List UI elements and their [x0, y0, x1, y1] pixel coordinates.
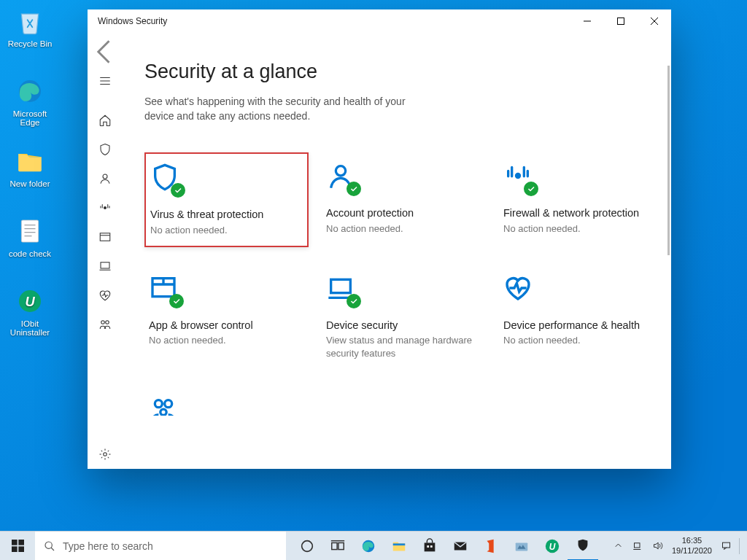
- svg-point-11: [104, 453, 107, 456]
- tile-firewall[interactable]: Firewall & network protection No action …: [499, 152, 663, 246]
- tile-title: Virus & threat protection: [150, 208, 303, 222]
- svg-rect-26: [338, 542, 344, 549]
- tb-mail[interactable]: [445, 532, 476, 561]
- svg-text:U: U: [549, 541, 556, 551]
- svg-rect-4: [618, 18, 624, 25]
- nav-menu-button[interactable]: [89, 66, 121, 96]
- tile-title: Device security: [326, 319, 481, 332]
- tb-taskview[interactable]: [322, 532, 353, 561]
- tb-windows-security[interactable]: [568, 532, 598, 561]
- tb-misc-app[interactable]: [506, 532, 537, 561]
- svg-rect-15: [331, 279, 351, 292]
- svg-point-17: [165, 400, 172, 407]
- tile-device-security[interactable]: Device security View status and manage h…: [322, 265, 486, 369]
- desktop-icon-label: IObit Uninstaller: [10, 319, 50, 337]
- desktop-icon-new-folder[interactable]: New folder: [3, 146, 57, 188]
- nav-firewall[interactable]: [89, 193, 121, 222]
- recycle-bin-icon: [15, 6, 45, 36]
- svg-point-10: [106, 321, 109, 324]
- start-button[interactable]: [0, 532, 35, 560]
- nav-app-browser[interactable]: [89, 222, 121, 252]
- desktop-icon-code-check[interactable]: code check: [3, 216, 57, 258]
- titlebar[interactable]: Windows Security: [88, 9, 671, 33]
- tb-cortana[interactable]: [292, 532, 322, 561]
- nav-device-security[interactable]: [89, 252, 121, 281]
- account-icon: [326, 161, 365, 196]
- family-icon: [149, 395, 188, 416]
- svg-rect-33: [516, 542, 528, 551]
- svg-rect-22: [18, 546, 24, 552]
- shield-icon: [150, 163, 190, 198]
- desktop-icon-iobit[interactable]: U IObit Uninstaller: [3, 286, 57, 337]
- tray-action-center[interactable]: [716, 540, 736, 551]
- tb-store[interactable]: [414, 532, 445, 561]
- svg-rect-31: [430, 545, 433, 548]
- svg-rect-19: [12, 540, 18, 545]
- nav-family[interactable]: [89, 310, 121, 339]
- text-file-icon: [15, 216, 45, 246]
- tile-app-browser[interactable]: App & browser control No action needed.: [144, 265, 309, 369]
- show-desktop[interactable]: [739, 538, 740, 554]
- svg-rect-7: [100, 233, 110, 241]
- tray-volume[interactable]: [648, 540, 667, 551]
- svg-rect-29: [425, 542, 436, 551]
- svg-point-24: [302, 540, 313, 551]
- desktop-icon-label: Recycle Bin: [8, 39, 53, 48]
- desktop-icon-label: Microsoft Edge: [13, 109, 47, 127]
- system-tray: 16:35 19/11/2020: [604, 532, 747, 560]
- tile-family-partial[interactable]: [144, 386, 309, 416]
- svg-rect-21: [12, 546, 18, 552]
- svg-rect-36: [634, 543, 640, 548]
- svg-rect-25: [332, 542, 337, 549]
- status-ok-badge: [524, 182, 538, 196]
- status-ok-badge: [169, 294, 184, 308]
- nav-home[interactable]: [89, 106, 121, 135]
- tile-sub: No action needed.: [326, 222, 481, 236]
- svg-rect-8: [101, 262, 109, 268]
- tb-file-explorer[interactable]: [384, 532, 414, 561]
- nav-device-health[interactable]: [89, 281, 121, 310]
- svg-point-16: [155, 400, 162, 407]
- taskbar: Type here to search U 16:35 19/11/2020: [0, 531, 747, 560]
- desktop-icon-edge[interactable]: Microsoft Edge: [3, 76, 57, 127]
- nav-account[interactable]: [89, 164, 121, 193]
- tb-office[interactable]: [476, 532, 506, 561]
- status-ok-badge: [347, 294, 361, 308]
- maximize-button[interactable]: [604, 9, 638, 33]
- svg-point-6: [104, 207, 107, 209]
- tray-network[interactable]: [628, 540, 648, 551]
- tile-sub: No action needed.: [503, 222, 659, 236]
- tile-title: Account protection: [326, 206, 481, 220]
- taskbar-search[interactable]: Type here to search: [35, 532, 286, 560]
- tb-edge[interactable]: [353, 532, 384, 561]
- svg-point-12: [336, 166, 345, 176]
- edge-icon: [15, 76, 45, 106]
- scrollbar-thumb[interactable]: [667, 66, 670, 255]
- close-button[interactable]: [638, 9, 671, 33]
- window-title: Windows Security: [98, 16, 167, 26]
- search-placeholder: Type here to search: [63, 540, 153, 552]
- minimize-button[interactable]: [570, 9, 604, 33]
- back-button[interactable]: [89, 37, 121, 66]
- tb-iobit[interactable]: U: [537, 532, 568, 561]
- desktop-icon-recycle-bin[interactable]: Recycle Bin: [3, 6, 57, 48]
- nav-virus-threat[interactable]: [89, 135, 121, 164]
- svg-point-9: [101, 321, 105, 324]
- svg-point-18: [160, 409, 166, 415]
- page-title: Security at a glance: [144, 61, 642, 83]
- svg-text:U: U: [25, 294, 35, 309]
- tile-virus-threat[interactable]: Virus & threat protection No action need…: [144, 152, 309, 246]
- iobit-icon: U: [15, 286, 45, 316]
- nav-settings[interactable]: [89, 440, 121, 469]
- tray-overflow[interactable]: [608, 540, 628, 551]
- svg-rect-37: [723, 542, 730, 548]
- content-area: Security at a glance See what's happenin…: [123, 33, 671, 469]
- tray-date: 19/11/2020: [672, 546, 712, 556]
- tile-device-performance[interactable]: Device performance & health No action ne…: [499, 265, 663, 369]
- tray-time: 16:35: [682, 536, 703, 545]
- tile-account-protection[interactable]: Account protection No action needed.: [322, 152, 486, 246]
- tray-clock[interactable]: 16:35 19/11/2020: [667, 536, 716, 555]
- tile-sub: View status and manage hardware security…: [326, 334, 481, 359]
- tile-title: Firewall & network protection: [503, 206, 659, 220]
- app-browser-icon: [149, 273, 188, 308]
